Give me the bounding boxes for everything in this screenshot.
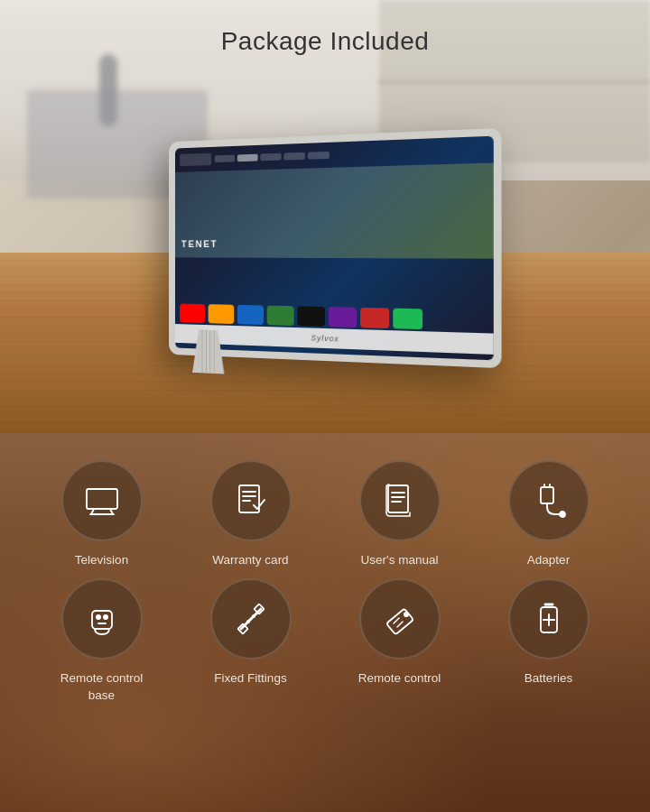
svg-line-27	[394, 618, 399, 623]
screen-hero: TENET	[175, 162, 494, 258]
package-item-remote-base: Remote control base	[27, 578, 176, 705]
fittings-label: Fixed Fittings	[214, 670, 286, 687]
svg-point-29	[404, 612, 409, 617]
screen-nav	[215, 152, 330, 162]
svg-point-18	[96, 614, 101, 620]
svg-line-2	[110, 509, 113, 514]
svg-line-1	[91, 509, 94, 514]
nav-item-active	[237, 154, 258, 162]
nav-item	[260, 153, 281, 161]
svg-point-16	[560, 512, 565, 517]
batteries-icon-circle	[508, 578, 590, 660]
svg-rect-0	[87, 489, 117, 509]
svg-point-19	[103, 614, 108, 620]
adapter-label: Adapter	[527, 552, 570, 569]
app-youtube	[180, 303, 205, 323]
items-grid: Television Warranty card	[0, 433, 650, 723]
page-title: Package Included	[0, 27, 650, 56]
svg-rect-26	[385, 608, 413, 634]
brand-name: Sylvox	[311, 334, 339, 344]
app-red2	[360, 308, 389, 328]
svg-point-25	[252, 614, 255, 618]
app-spotify	[393, 309, 422, 330]
package-item-manual: User's manual	[325, 460, 474, 569]
adapter-icon-circle	[508, 460, 590, 541]
television-icon-circle	[61, 460, 143, 541]
batteries-label: Batteries	[525, 670, 572, 687]
top-section: Package Included TENET	[0, 0, 650, 433]
remote-base-icon-circle	[61, 578, 143, 660]
manual-label: User's manual	[361, 552, 439, 569]
svg-rect-17	[92, 611, 112, 629]
remote-base-label: Remote control base	[60, 670, 144, 705]
cabinet-line	[379, 81, 650, 83]
package-item-warranty: Warranty card	[176, 460, 325, 569]
warranty-icon-circle	[210, 460, 292, 541]
app-purple	[329, 307, 357, 328]
svg-point-24	[246, 620, 250, 623]
svg-line-28	[397, 622, 403, 627]
package-item-fittings: Fixed Fittings	[176, 578, 325, 705]
remote-icon	[379, 598, 421, 640]
svg-rect-8	[388, 485, 408, 512]
television-icon	[81, 480, 123, 521]
device-frame: TENET Sylvox	[169, 128, 501, 368]
television-label: Television	[75, 552, 128, 569]
hero-text: TENET	[181, 238, 218, 249]
app-blue1	[237, 305, 264, 325]
batteries-icon	[528, 598, 570, 640]
screen-logo	[180, 153, 211, 167]
manual-icon-circle	[359, 460, 441, 541]
app-amazon	[209, 304, 235, 324]
package-item-television: Television	[27, 460, 176, 569]
device-container: TENET Sylvox	[169, 128, 501, 368]
nav-item	[308, 152, 330, 160]
package-item-batteries: Batteries	[474, 578, 623, 705]
manual-icon	[379, 480, 421, 521]
package-item-remote: Remote control	[325, 578, 474, 705]
nav-item	[283, 152, 305, 161]
adapter-icon	[528, 480, 570, 521]
fittings-icon	[230, 598, 272, 640]
device-screen: TENET Sylvox	[175, 136, 494, 361]
remote-icon-circle	[359, 578, 441, 660]
warranty-icon	[230, 480, 272, 521]
app-green	[267, 306, 294, 326]
app-apple	[297, 306, 325, 327]
nav-item	[215, 155, 235, 162]
remote-label: Remote control	[358, 670, 441, 687]
package-item-adapter: Adapter	[474, 460, 623, 569]
warranty-label: Warranty card	[212, 552, 288, 569]
remote-base-icon	[81, 598, 123, 640]
svg-rect-12	[541, 487, 553, 503]
bottom-section: Television Warranty card	[0, 433, 650, 812]
fittings-icon-circle	[210, 578, 292, 660]
